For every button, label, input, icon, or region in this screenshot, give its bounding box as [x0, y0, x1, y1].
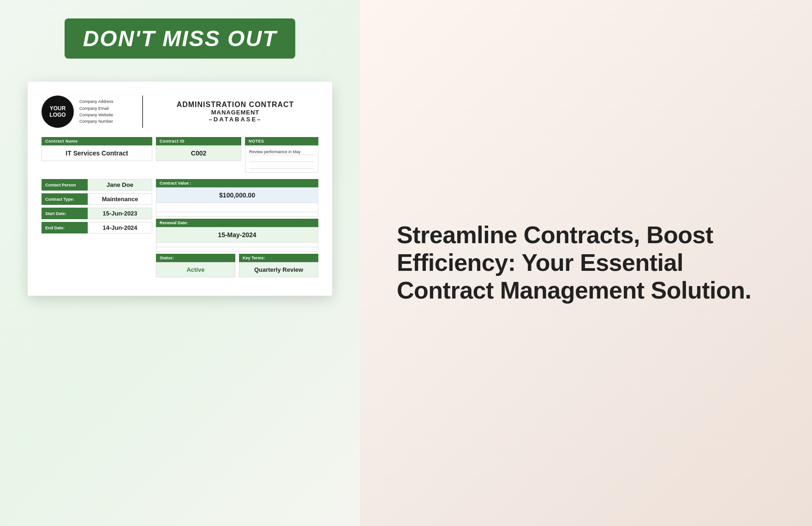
key-terms-value: Quarterly Review	[239, 262, 318, 277]
col-contract-name-val: IT Services Contract	[42, 145, 152, 173]
contract-name-label: Contract Name	[42, 137, 152, 145]
doc-title-line1: ADMINISTRATION CONTRACT	[177, 101, 294, 109]
note-empty-3	[249, 162, 314, 169]
right-panel: Streamline Contracts, Boost Efficiency: …	[360, 0, 812, 526]
key-terms-col: Key Terms: Quarterly Review	[239, 254, 318, 277]
company-website: Company Website	[79, 112, 113, 118]
left-column: Contact Person Jane Doe Contract Type: M…	[42, 179, 152, 277]
value-value: $100,000.00	[156, 187, 318, 203]
col-contract-id-val: C002	[156, 145, 241, 173]
empty-area-4	[156, 247, 318, 252]
end-value: 14-Jun-2024	[88, 222, 152, 233]
banner: DON'T MISS OUT	[65, 18, 296, 59]
col-contract-name: Contract Name	[42, 137, 152, 145]
value-label: Contract Value :	[156, 179, 318, 187]
col-contract-id: Contract ID	[156, 137, 241, 145]
note-empty-2	[249, 155, 314, 162]
notes-container: Review performance in May	[245, 145, 318, 173]
right-headline: Streamline Contracts, Boost Efficiency: …	[397, 221, 775, 304]
key-terms-label: Key Terms:	[239, 254, 318, 262]
notes-label: NOTES	[245, 137, 318, 145]
contact-value: Jane Doe	[88, 179, 152, 191]
type-value: Maintenance	[88, 193, 152, 205]
contact-label: Contact Person	[42, 179, 88, 191]
renewal-label: Renewal Date:	[156, 219, 318, 227]
end-label: End Date:	[42, 222, 88, 233]
doc-title-line3: –DATABASE–	[209, 116, 262, 123]
status-label: Status:	[156, 254, 235, 262]
logo-section: YOUR LOGO Company Address Company Email …	[42, 96, 143, 128]
renewal-value: 15-May-2024	[156, 227, 318, 243]
logo-your: YOUR	[50, 105, 66, 112]
row1-headers: Contract Name Contract ID NOTES	[42, 137, 318, 145]
row1-values: IT Services Contract C002 Review perform…	[42, 145, 318, 173]
logo-circle: YOUR LOGO	[42, 96, 74, 128]
end-row: End Date: 14-Jun-2024	[42, 222, 152, 233]
document-card: YOUR LOGO Company Address Company Email …	[28, 82, 332, 296]
company-address: Company Address	[79, 98, 113, 105]
company-number: Company Number	[79, 118, 113, 125]
doc-title-line2: MANAGEMENT	[211, 109, 260, 116]
type-label: Contract Type:	[42, 193, 88, 205]
company-info: Company Address Company Email Company We…	[79, 98, 113, 125]
empty-area-2	[156, 212, 318, 217]
type-row: Contract Type: Maintenance	[42, 193, 152, 205]
status-col: Status: Active	[156, 254, 235, 277]
right-column: Contract Value : $100,000.00 Renewal Dat…	[156, 179, 318, 277]
contract-id-value: C002	[156, 145, 241, 161]
company-email: Company Email	[79, 105, 113, 112]
doc-header: YOUR LOGO Company Address Company Email …	[42, 96, 318, 128]
start-row: Start Date: 15-Jun-2023	[42, 208, 152, 219]
empty-area-3	[156, 243, 318, 247]
col-notes-val: Review performance in May	[245, 145, 318, 173]
contract-id-label: Contract ID	[156, 137, 241, 145]
note-line-1: Review performance in May	[249, 149, 314, 155]
form-section: Contract Name Contract ID NOTES IT Servi…	[42, 137, 318, 277]
section-2: Contact Person Jane Doe Contract Type: M…	[42, 179, 318, 277]
start-value: 15-Jun-2023	[88, 208, 152, 219]
empty-area-1	[156, 203, 318, 212]
contract-name-value: IT Services Contract	[42, 145, 152, 161]
left-panel: DON'T MISS OUT YOUR LOGO Company Address…	[0, 0, 360, 526]
status-value: Active	[156, 262, 235, 277]
col-notes: NOTES	[245, 137, 318, 145]
banner-text: DON'T MISS OUT	[83, 26, 277, 51]
logo-logo: LOGO	[49, 112, 66, 118]
start-label: Start Date:	[42, 208, 88, 219]
title-section: ADMINISTRATION CONTRACT MANAGEMENT –DATA…	[143, 96, 318, 128]
status-key-row: Status: Active Key Terms: Quarterly Revi…	[156, 254, 318, 277]
contact-row: Contact Person Jane Doe	[42, 179, 152, 191]
